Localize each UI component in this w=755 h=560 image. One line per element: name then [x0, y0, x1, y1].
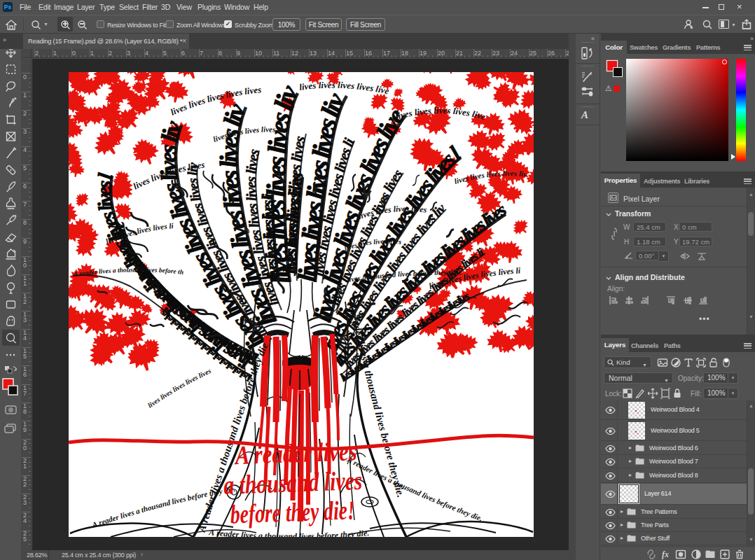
svg-text:A reader lives: A reader lives [233, 436, 357, 470]
svg-text:before they die!: before they die! [230, 495, 355, 528]
svg-text:a thousand lives: a thousand lives [223, 465, 363, 500]
svg-text:fx: fx [662, 550, 669, 559]
